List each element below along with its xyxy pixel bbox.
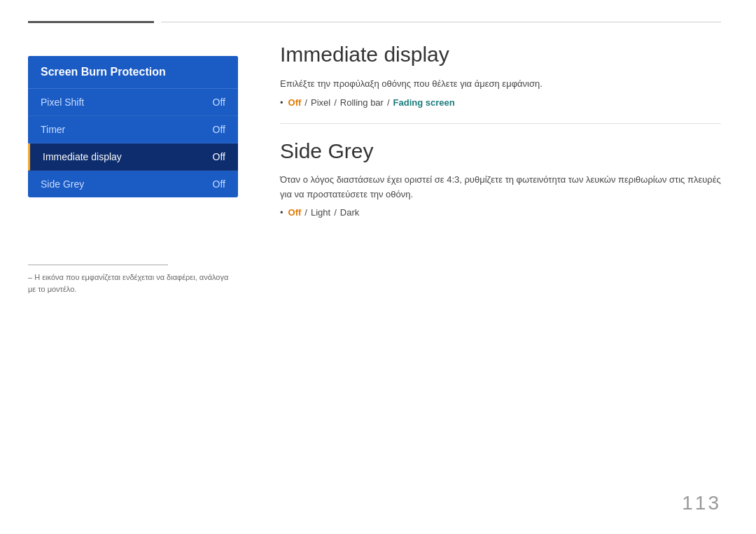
sep1-1: /: [304, 97, 307, 108]
immediate-display-title: Immediate display: [280, 42, 721, 67]
option-fading-screen: Fading screen: [393, 97, 455, 108]
sep3-1: /: [387, 97, 390, 108]
side-grey-description: Όταν ο λόγος διαστάσεων έχει οριστεί σε …: [280, 173, 721, 202]
sep2-2: /: [334, 207, 337, 218]
option-off-2: Off: [288, 207, 302, 218]
section-divider: [280, 123, 721, 124]
side-grey-value: Off: [213, 178, 225, 190]
sidebar-item-immediate-display[interactable]: Immediate display Off: [28, 143, 238, 171]
side-grey-title: Side Grey: [280, 139, 721, 163]
option-off-1: Off: [288, 97, 302, 108]
immediate-display-options: • Off / Pixel / Rolling bar / Fading scr…: [280, 97, 721, 108]
footnote-text: – Η εικόνα που εμφανίζεται ενδέχεται να …: [28, 272, 238, 295]
option-light: Light: [311, 207, 330, 218]
sidebar-item-timer[interactable]: Timer Off: [28, 116, 238, 143]
side-grey-options: • Off / Light / Dark: [280, 207, 721, 218]
option-pixel: Pixel: [311, 97, 330, 108]
top-line-dark: [28, 21, 154, 23]
footnote-divider: [28, 265, 168, 265]
sep2-1: /: [334, 97, 337, 108]
timer-value: Off: [213, 124, 225, 135]
bullet-1: •: [280, 97, 284, 108]
page-number: 113: [682, 492, 721, 514]
bullet-2: •: [280, 207, 284, 218]
sidebar-item-side-grey[interactable]: Side Grey Off: [28, 171, 238, 197]
sidebar-item-pixel-shift[interactable]: Pixel Shift Off: [28, 89, 238, 116]
immediate-display-description: Επιλέξτε την προφύλαξη οθόνης που θέλετε…: [280, 77, 721, 92]
timer-label: Timer: [41, 124, 65, 135]
side-grey-label: Side Grey: [41, 178, 84, 190]
immediate-display-value: Off: [213, 151, 225, 162]
pixel-shift-label: Pixel Shift: [41, 97, 84, 108]
pixel-shift-value: Off: [213, 97, 225, 108]
content-area: Immediate display Επιλέξτε την προφύλαξη…: [280, 42, 721, 223]
page-container: Screen Burn Protection Pixel Shift Off T…: [0, 0, 756, 534]
top-line-light: [161, 22, 721, 22]
immediate-display-label: Immediate display: [43, 151, 122, 162]
sep1-2: /: [304, 207, 307, 218]
option-dark: Dark: [340, 207, 359, 218]
sidebar-menu: Screen Burn Protection Pixel Shift Off T…: [28, 56, 238, 197]
sidebar-title: Screen Burn Protection: [28, 56, 238, 89]
top-lines: [28, 21, 721, 23]
option-rolling-bar: Rolling bar: [340, 97, 384, 108]
